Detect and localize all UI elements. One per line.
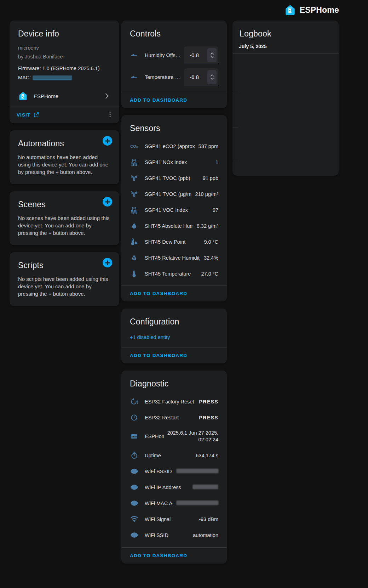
sensor-row[interactable]: SGP41 TVOC (ppb) 91 ppb <box>121 170 227 186</box>
number-value[interactable]: -0.8 <box>190 52 207 58</box>
press-button[interactable]: PRESS <box>199 399 218 405</box>
number-value[interactable]: -6.8 <box>190 74 207 80</box>
sensor-value: 27.0 °C <box>201 271 218 277</box>
device-info-footer: VISIT <box>10 107 119 123</box>
svg-text:NEW: NEW <box>131 435 137 438</box>
sensor-value: 210 µg/m³ <box>195 191 218 197</box>
number-input-humidity-offset[interactable]: -0.8 <box>184 46 218 64</box>
dots-vertical-menu-icon[interactable] <box>107 111 114 118</box>
configuration-card: Configuration +1 disabled entity ADD TO … <box>121 309 227 363</box>
visit-button[interactable]: VISIT <box>17 112 40 118</box>
thermometer-water-icon <box>130 238 138 246</box>
sensor-row[interactable]: CO₂ SGP41 eCO2 (approx ppm) 537 ppm <box>121 138 227 154</box>
number-input-temperature-offset[interactable]: -6.8 <box>184 68 218 86</box>
controls-title: Controls <box>121 21 227 44</box>
diagnostic-name: ESPHom… <box>145 434 164 439</box>
sensor-value: 91 ppb <box>203 175 218 181</box>
sensors-add-to-dashboard[interactable]: ADD TO DASHBOARD <box>121 285 227 301</box>
logbook-body <box>232 54 339 176</box>
diagnostic-name: WiFi IP Address <box>145 485 189 490</box>
app-header: ESPHome <box>0 0 368 20</box>
new-box-icon: NEW <box>130 432 138 441</box>
open-in-new-icon <box>33 112 40 118</box>
waves-arrow-up-icon <box>130 158 138 166</box>
molecule-icon <box>130 190 138 198</box>
chevron-down-icon[interactable] <box>210 78 214 80</box>
control-name[interactable]: Temperature … <box>145 74 184 80</box>
esphome-logo-icon <box>284 4 296 16</box>
sensor-row[interactable]: SHT45 Temperature 27.0 °C <box>121 266 227 282</box>
add-automation-button[interactable] <box>103 136 112 146</box>
sensor-row[interactable]: SHT45 Relative Humidity 32.4% <box>121 250 227 266</box>
slider-icon <box>130 73 138 81</box>
water-percent-icon <box>130 254 138 262</box>
restart-alert-icon <box>130 397 138 406</box>
diagnostic-row[interactable]: NEW ESPHom… 2025.6.1 Jun 27 2025, 02:02:… <box>121 425 227 447</box>
water-drop-icon <box>130 222 138 230</box>
visit-label: VISIT <box>17 112 30 118</box>
diagnostic-row[interactable]: WiFi MAC Addre… <box>121 495 227 511</box>
sensor-value: 1 <box>215 159 218 165</box>
diagnostic-name: WiFi MAC Addre… <box>145 501 173 506</box>
sensor-value: 32.4% <box>204 255 218 261</box>
sensor-row[interactable]: SHT45 Dew Point 9.0 °C <box>121 234 227 250</box>
molecule-co2-icon: CO₂ <box>130 142 138 151</box>
molecule-icon <box>130 174 138 182</box>
slider-icon <box>130 51 138 60</box>
sensor-name: SHT45 Temperature <box>145 271 197 277</box>
diagnostic-row[interactable]: Uptime 634,174 s <box>121 447 227 463</box>
diagnostic-value: 634,174 s <box>196 453 218 458</box>
add-script-button[interactable] <box>103 258 112 267</box>
sensor-value: 97 <box>213 207 218 213</box>
configuration-title: Configuration <box>121 309 227 329</box>
power-icon <box>130 413 138 422</box>
diagnostic-row[interactable]: WiFi SSID automation <box>121 527 227 543</box>
device-byline: by Joshua Boniface <box>10 52 119 61</box>
sensor-name: SHT45 Relative Humidity <box>145 255 200 261</box>
thermometer-icon <box>130 270 138 278</box>
sensor-row[interactable]: SGP41 VOC Index 97 <box>121 202 227 218</box>
mac-label: MAC: <box>18 75 31 80</box>
logbook-date-header: July 5, 2025 <box>232 39 339 53</box>
controls-add-to-dashboard[interactable]: ADD TO DASHBOARD <box>121 92 227 108</box>
sensor-value: 8.32 g/m³ <box>197 223 218 229</box>
sensors-title: Sensors <box>121 115 227 138</box>
chevron-up-icon[interactable] <box>210 52 214 55</box>
sensor-row[interactable]: SGP41 TVOC (µg/m³) 210 µg/m³ <box>121 186 227 202</box>
disabled-entities-link[interactable]: +1 disabled entity <box>121 329 227 347</box>
wifi-icon <box>130 515 138 524</box>
chevron-right-icon <box>103 92 111 100</box>
sensor-name: SGP41 VOC Index <box>145 207 209 213</box>
waves-arrow-up-icon <box>130 206 138 214</box>
configuration-add-to-dashboard[interactable]: ADD TO DASHBOARD <box>121 347 227 363</box>
chevron-up-icon[interactable] <box>210 74 214 77</box>
diagnostic-name: Uptime <box>145 453 192 458</box>
diagnostic-row[interactable]: ESP32 Restart PRESS <box>121 409 227 425</box>
diagnostic-row[interactable]: WiFi Signal -93 dBm <box>121 511 227 527</box>
stepper-control[interactable] <box>207 70 217 84</box>
add-scene-button[interactable] <box>103 197 112 207</box>
control-name[interactable]: Humidity Offs… <box>145 52 184 58</box>
sensor-value: 9.0 °C <box>204 239 218 245</box>
chevron-down-icon[interactable] <box>210 56 214 58</box>
esphome-logo-icon <box>18 91 28 101</box>
stepper-control[interactable] <box>207 48 217 62</box>
press-button[interactable]: PRESS <box>199 415 218 420</box>
version-time: 02:02:24 <box>199 437 218 442</box>
eye-icon <box>130 483 138 492</box>
device-info-title: Device info <box>10 21 119 44</box>
sensor-row[interactable]: SHT45 Absolute Humidity 8.32 g/m³ <box>121 218 227 234</box>
diagnostic-row[interactable]: WiFi IP Address <box>121 479 227 495</box>
automations-empty-text: No automations have been added using thi… <box>10 151 119 184</box>
logbook-title: Logbook <box>232 21 339 39</box>
version-date: 2025.6.1 Jun 27 2025, <box>167 430 218 436</box>
diagnostic-title: Diagnostic <box>121 371 227 394</box>
redacted-value <box>177 469 218 473</box>
diagnostic-row[interactable]: WiFi BSSID <box>121 463 227 479</box>
sensor-row[interactable]: SGP41 NOx Index 1 <box>121 154 227 170</box>
mac-value-redacted[interactable] <box>33 75 72 80</box>
integration-row-esphome[interactable]: ESPHome <box>13 88 116 104</box>
diagnostic-row[interactable]: ESP32 Factory Reset PRESS <box>121 394 227 409</box>
diagnostic-name: ESP32 Restart <box>145 415 195 420</box>
diagnostic-add-to-dashboard[interactable]: ADD TO DASHBOARD <box>121 548 227 564</box>
